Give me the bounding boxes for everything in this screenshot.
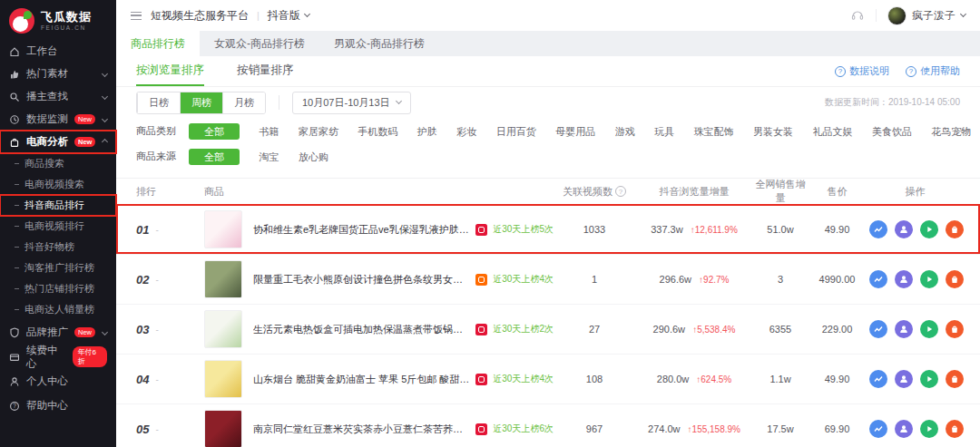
product-title[interactable]: 南京同仁堂红豆薏米芡实茶赤小豆薏仁茶苦荞大麦茶叶花茶组合茶包	[253, 423, 470, 436]
category-chip[interactable]: 美食饮品	[872, 123, 912, 140]
product-thumbnail[interactable]	[204, 310, 242, 348]
related-videos-button[interactable]	[920, 270, 938, 288]
category-chip[interactable]: 珠宝配饰	[694, 123, 734, 140]
views-growth-value: 290.6w	[653, 324, 685, 335]
sidebar-item-data-monitor[interactable]: 数据监测 New	[0, 108, 116, 131]
table-row[interactable]: 03 - 生活元素电热饭盒可插电加热保温蒸煮带饭锅煲神器上班族1人2便携 近30…	[116, 304, 980, 354]
shield-icon	[9, 327, 20, 338]
trend-chart-button[interactable]	[869, 420, 887, 438]
trend-chart-button[interactable]	[869, 220, 887, 238]
sidebar-subitem[interactable]: 淘客推广排行榜	[0, 258, 116, 278]
audience-analysis-button[interactable]	[895, 420, 913, 438]
sidebar-subitem[interactable]: 电商视频搜索	[0, 174, 116, 195]
ranking-card: 按浏览量排序 按销量排序 ? 数据说明 ? 使用帮助	[116, 56, 980, 447]
sidebar-subitem[interactable]: 抖音商品排行	[0, 195, 116, 216]
category-chip[interactable]: 护肤	[417, 123, 437, 140]
date-range-select[interactable]: 10月07日-10月13日	[292, 92, 411, 114]
period-button[interactable]: 日榜	[137, 92, 180, 113]
ranking-tabs: 商品排行榜 女观众-商品排行榜 男观众-商品排行榜	[116, 31, 980, 56]
sidebar-subitem[interactable]: 电商达人销量榜	[0, 299, 116, 320]
shop-link-button[interactable]	[946, 320, 964, 338]
sidebar-item-workbench[interactable]: 工作台	[0, 40, 116, 63]
related-videos-button[interactable]	[920, 420, 938, 438]
period-button[interactable]: 月榜	[222, 92, 265, 113]
category-chip[interactable]: 手机数码	[358, 123, 397, 140]
category-chip[interactable]: 礼品文娱	[812, 123, 852, 140]
audience-analysis-button[interactable]	[895, 370, 913, 388]
category-chip[interactable]: 书籍	[259, 123, 279, 140]
help-link[interactable]: ? 数据说明	[835, 64, 889, 78]
tab-ranking[interactable]: 商品排行榜	[116, 31, 200, 56]
user-menu[interactable]: 疯子泼子	[887, 6, 965, 25]
category-chip[interactable]: 玩具	[654, 123, 674, 140]
audience-analysis-button[interactable]	[895, 220, 913, 238]
category-chip[interactable]: 家居家纺	[299, 123, 338, 140]
sidebar-item-ecommerce-analysis[interactable]: 电商分析 New	[0, 131, 116, 153]
chevron-down-icon	[304, 11, 310, 17]
sidebar-subitem[interactable]: 商品搜索	[0, 153, 116, 174]
customer-service-icon[interactable]	[850, 8, 865, 23]
period-button[interactable]: 周榜	[180, 92, 222, 113]
sidebar-item-creator-search[interactable]: 播主查找	[0, 85, 116, 108]
category-chip[interactable]: 男装女装	[753, 123, 793, 140]
sidebar-item-personal-center[interactable]: 个人中心	[0, 369, 116, 394]
product-title[interactable]: 协和维生素e乳老牌国货正品ve乳保湿乳液护肤身体乳补水维生素e霜	[253, 223, 470, 237]
table-row[interactable]: 05 - 南京同仁堂红豆薏米芡实茶赤小豆薏仁茶苦荞大麦茶叶花茶组合茶包 近30天…	[116, 403, 980, 447]
sort-by-sales-tab[interactable]: 按销量排序	[237, 56, 294, 86]
product-thumbnail[interactable]	[204, 410, 242, 447]
category-chip[interactable]: 日用百货	[496, 123, 536, 140]
feigua-logo-icon	[9, 8, 34, 34]
trend-chart-button[interactable]	[869, 320, 887, 338]
related-videos-button[interactable]	[920, 220, 938, 238]
audience-analysis-button[interactable]	[895, 270, 913, 288]
sidebar-item-brand-promotion[interactable]: 品牌推广 New	[0, 320, 116, 345]
table-row[interactable]: 01 - 协和维生素e乳老牌国货正品ve乳保湿乳液护肤身体乳补水维生素e霜 近3…	[116, 204, 980, 254]
header-actions: 操作	[867, 185, 964, 199]
collapse-menu-icon[interactable]	[131, 12, 142, 20]
sidebar-subitem[interactable]: 抖音好物榜	[0, 237, 116, 258]
related-videos-button[interactable]	[920, 370, 938, 388]
chevron-down-icon	[102, 329, 108, 335]
sidebar-subitem[interactable]: 热门店铺排行榜	[0, 278, 116, 299]
related-videos-button[interactable]	[920, 320, 938, 338]
table-row[interactable]: 02 - 限量重工毛衣小熊原创设计撞色拼色条纹男女情侣款高端定制新款 近30天上…	[116, 254, 980, 304]
trend-chart-button[interactable]	[869, 370, 887, 388]
question-circle-icon[interactable]: ?	[615, 186, 626, 197]
product-thumbnail[interactable]	[204, 210, 242, 248]
source-chip[interactable]: 放心购	[299, 149, 328, 165]
product-title[interactable]: 山东烟台 脆甜黄金奶油富士 苹果 5斤包邮 酸甜口感	[253, 373, 470, 386]
category-filter-row: 商品类别 全部 书籍 家居家纺 手机数码 护肤 彩妆	[116, 118, 980, 143]
product-thumbnail[interactable]	[204, 360, 242, 398]
logo[interactable]: 飞瓜数据 FEIGUA.CN	[0, 0, 116, 40]
help-link[interactable]: ? 使用帮助	[906, 64, 960, 78]
category-chip[interactable]: 花鸟宠物	[931, 123, 971, 140]
product-title[interactable]: 生活元素电热饭盒可插电加热保温蒸煮带饭锅煲神器上班族1人2便携	[253, 323, 470, 336]
sidebar-item-label: 续费中心	[26, 344, 66, 371]
sort-by-views-tab[interactable]: 按浏览量排序	[136, 56, 204, 86]
product-title[interactable]: 限量重工毛衣小熊原创设计撞色拼色条纹男女情侣款高端定制新款	[253, 273, 470, 287]
sidebar-subitem[interactable]: 电商视频排行	[0, 216, 116, 237]
shop-link-button[interactable]	[946, 370, 964, 388]
edition-selector[interactable]: 抖音版	[268, 8, 309, 24]
category-chip[interactable]: 游戏	[615, 123, 635, 140]
source-chip[interactable]: 全部	[189, 149, 240, 165]
product-thumbnail[interactable]	[204, 260, 242, 298]
category-chip[interactable]: 母婴用品	[555, 123, 595, 140]
category-chip[interactable]: 彩妆	[456, 123, 476, 140]
shop-link-button[interactable]	[946, 420, 964, 438]
shop-platform-icon	[475, 423, 487, 435]
category-chip[interactable]: 全部	[189, 123, 240, 140]
rank-trend: -	[155, 325, 158, 335]
source-chip[interactable]: 淘宝	[259, 149, 279, 165]
sidebar-item-hot-material[interactable]: 热门素材	[0, 63, 116, 85]
sidebar-item-help-center[interactable]: ? 帮助中心	[0, 394, 116, 418]
tab-ranking[interactable]: 男观众-商品排行榜	[319, 31, 439, 56]
tab-ranking[interactable]: 女观众-商品排行榜	[200, 31, 319, 56]
table-row[interactable]: 04 - 山东烟台 脆甜黄金奶油富士 苹果 5斤包邮 酸甜口感 近30天上榜4次…	[116, 354, 980, 403]
shop-link-button[interactable]	[946, 270, 964, 288]
sidebar-item-renewal-center[interactable]: 续费中心 年付6折	[0, 345, 116, 369]
trend-chart-button[interactable]	[869, 270, 887, 288]
sidebar-item-label: 品牌推广	[26, 326, 68, 339]
audience-analysis-button[interactable]	[895, 320, 913, 338]
shop-link-button[interactable]	[946, 220, 964, 238]
